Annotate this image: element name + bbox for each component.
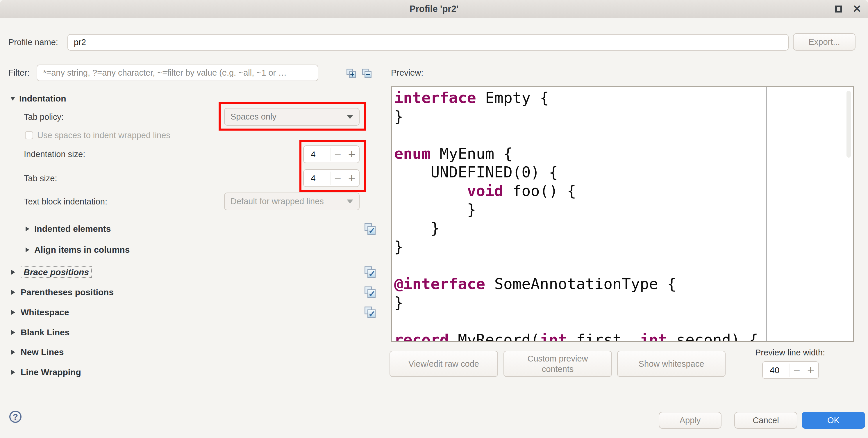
code-line (394, 126, 846, 144)
code-line (394, 256, 846, 274)
tree-item-whitespace[interactable]: Whitespace (21, 306, 69, 318)
check-icon: ✓ (367, 269, 376, 278)
code-area: interface Empty {} enum MyEnum { UNDEFIN… (394, 88, 846, 342)
code-line: } (394, 219, 846, 237)
code-line: } (394, 293, 846, 312)
code-line: void foo() { (394, 181, 846, 200)
parentheses-positions-section-checkbox[interactable]: ✓ (365, 287, 376, 298)
code-line: } (394, 237, 846, 256)
tree-item-blank-lines[interactable]: Blank Lines (21, 327, 69, 338)
code-line: record MyRecord(int first, int second) { (394, 330, 846, 342)
cancel-button[interactable]: Cancel (734, 412, 797, 429)
question-icon: ? (13, 412, 18, 422)
use-spaces-checkbox (25, 131, 33, 139)
close-icon: ✕ (852, 3, 861, 15)
preview-pane: interface Empty {} enum MyEnum { UNDEFIN… (391, 86, 854, 342)
help-button[interactable]: ? (9, 411, 22, 423)
highlight-size-spinners (300, 140, 366, 192)
profile-name-label: Profile name: (8, 34, 58, 51)
chevron-right-icon[interactable] (11, 270, 15, 274)
preview-line-width-value[interactable]: 40 (770, 362, 779, 378)
formatter-profile-dialog: { "colors": { "accent": "#3584e4", "keyw… (0, 0, 868, 438)
expand-all-icon: + (349, 71, 356, 78)
chevron-right-icon[interactable] (11, 330, 15, 335)
indentation-size-label: Indentation size: (24, 148, 85, 160)
tree-item-line-wrapping[interactable]: Line Wrapping (21, 367, 81, 378)
brace-positions-section-checkbox[interactable]: ✓ (365, 266, 376, 278)
text-block-indentation-label: Text block indentation: (24, 196, 107, 207)
margin-guide-line (766, 87, 767, 341)
window-title: Profile 'pr2' (0, 0, 868, 18)
chevron-right-icon[interactable] (11, 310, 15, 315)
ok-button[interactable]: OK (802, 412, 865, 429)
code-line: enum MyEnum { (394, 144, 846, 163)
view-edit-raw-code-button[interactable]: View/edit raw code (390, 351, 498, 377)
text-block-indentation-dropdown: Default for wrapped lines (224, 193, 360, 210)
chevron-down-icon[interactable] (10, 97, 15, 100)
code-line: UNDEFINED(0) { (394, 163, 846, 181)
tree-item-new-lines[interactable]: New Lines (21, 346, 64, 358)
line-width-increment-button[interactable]: + (804, 362, 818, 378)
tree-item-parentheses-positions[interactable]: Parentheses positions (21, 287, 114, 298)
indented-elements-section-checkbox[interactable]: ✓ (365, 223, 376, 235)
tab-policy-label: Tab policy: (24, 111, 64, 123)
chevron-right-icon[interactable] (11, 350, 15, 354)
close-button[interactable]: ✕ (848, 0, 866, 18)
custom-preview-contents-button[interactable]: Custom preview contents (503, 351, 612, 377)
chevron-down-icon (347, 200, 353, 204)
apply-button[interactable]: Apply (659, 412, 721, 429)
code-line: @interface SomeAnnotationType { (394, 274, 846, 293)
whitespace-section-checkbox[interactable]: ✓ (365, 306, 376, 318)
collapse-all-icon: − (365, 71, 372, 78)
tree-item-brace-positions[interactable]: Brace positions (21, 266, 92, 278)
code-line (394, 312, 846, 330)
expand-all-button[interactable]: + (346, 69, 356, 78)
use-spaces-label: Use spaces to indent wrapped lines (37, 129, 170, 141)
preview-scrollbar[interactable] (846, 91, 851, 158)
highlight-tab-policy (219, 102, 366, 130)
tree-item-indented-elements[interactable]: Indented elements (34, 223, 111, 235)
check-icon: ✓ (367, 310, 376, 318)
tab-size-label: Tab size: (24, 172, 57, 184)
filter-input[interactable] (37, 64, 318, 81)
code-line: } (394, 200, 846, 219)
tree-item-align-items-in-columns[interactable]: Align items in columns (34, 244, 130, 256)
chevron-right-icon[interactable] (26, 227, 29, 231)
export-button[interactable]: Export... (793, 33, 856, 51)
maximize-icon (835, 5, 842, 12)
tree-item-indentation[interactable]: Indentation (19, 93, 66, 105)
preview-line-width-spinner: 40 − + (762, 361, 819, 379)
code-line: interface Empty { (394, 88, 846, 107)
collapse-all-button[interactable]: − (362, 69, 372, 78)
titlebar: Profile 'pr2' ✕ (0, 0, 868, 18)
chevron-right-icon[interactable] (26, 247, 29, 252)
code-line: } (394, 107, 846, 126)
preview-line-width-label: Preview line width: (755, 347, 825, 358)
chevron-right-icon[interactable] (11, 370, 15, 375)
profile-name-input[interactable] (67, 34, 788, 51)
line-width-decrement-button[interactable]: − (790, 362, 804, 378)
filter-label: Filter: (8, 64, 30, 81)
chevron-right-icon[interactable] (11, 290, 15, 295)
show-whitespace-button[interactable]: Show whitespace (617, 351, 725, 377)
preview-label: Preview: (391, 64, 423, 81)
maximize-button[interactable] (830, 0, 847, 18)
check-icon: ✓ (367, 226, 376, 235)
check-icon: ✓ (367, 289, 376, 298)
